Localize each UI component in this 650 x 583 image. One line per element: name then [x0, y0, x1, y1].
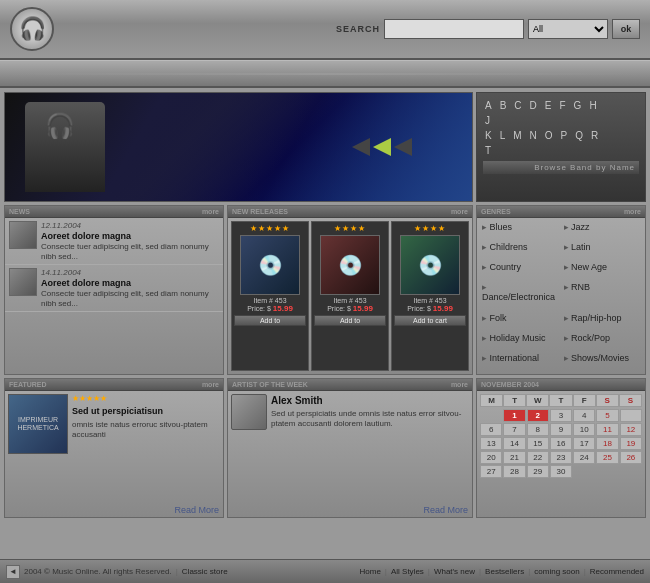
- genre-shows[interactable]: Shows/Movies: [562, 352, 643, 371]
- genres-more[interactable]: more: [624, 208, 641, 215]
- alpha-M[interactable]: M: [511, 129, 523, 142]
- footer-link-coming[interactable]: coming soon: [534, 567, 579, 576]
- news-date-2: 14.11.2004: [41, 268, 219, 277]
- profile-name[interactable]: Alex Smith: [271, 394, 469, 407]
- search-input[interactable]: [384, 19, 524, 39]
- product-3-item-num: Item # 453: [394, 297, 466, 304]
- cal-day-20[interactable]: 20: [480, 451, 502, 464]
- cal-day-24[interactable]: 24: [573, 451, 595, 464]
- alpha-C[interactable]: C: [512, 99, 523, 112]
- profile-more[interactable]: more: [451, 381, 468, 388]
- footer-link-home[interactable]: Home: [360, 567, 381, 576]
- products-grid: ★★★★★ 💿 Item # 453 Price: $ 15.99 Add to…: [228, 218, 472, 374]
- product-3-img[interactable]: 💿: [400, 235, 460, 295]
- genre-folk[interactable]: Folk: [480, 312, 561, 331]
- alpha-K[interactable]: K: [483, 129, 494, 142]
- featured-read-more[interactable]: Read More: [5, 505, 223, 517]
- alpha-H[interactable]: H: [587, 99, 598, 112]
- cal-day-28[interactable]: 28: [503, 465, 525, 478]
- news-item-2: 14.11.2004 Aoreet dolore magna Consecte …: [5, 265, 223, 312]
- footer-link-new[interactable]: What's new: [434, 567, 475, 576]
- cal-day-30[interactable]: 30: [550, 465, 572, 478]
- cal-day-14[interactable]: 14: [503, 437, 525, 450]
- profile-read-more[interactable]: Read More: [228, 505, 472, 517]
- product-1-img[interactable]: 💿: [240, 235, 300, 295]
- cal-day-26[interactable]: 26: [620, 451, 642, 464]
- cal-day-21[interactable]: 21: [503, 451, 525, 464]
- alpha-E[interactable]: E: [543, 99, 554, 112]
- genre-newage[interactable]: New Age: [562, 261, 643, 280]
- cal-day-29[interactable]: 29: [527, 465, 549, 478]
- cal-day-3[interactable]: 3: [550, 409, 572, 422]
- cal-day-17[interactable]: 17: [573, 437, 595, 450]
- cal-day-2[interactable]: 2: [527, 409, 549, 422]
- genre-dance[interactable]: Dance/Electronica: [480, 281, 561, 310]
- genre-rock[interactable]: Rock/Pop: [562, 332, 643, 351]
- cal-day-6[interactable]: 6: [480, 423, 502, 436]
- genre-international[interactable]: International: [480, 352, 561, 371]
- alpha-B[interactable]: B: [498, 99, 509, 112]
- footer-link-best[interactable]: Bestsellers: [485, 567, 524, 576]
- cal-day-22[interactable]: 22: [527, 451, 549, 464]
- alpha-T[interactable]: T: [483, 144, 493, 157]
- genre-jazz[interactable]: Jazz: [562, 221, 643, 240]
- search-dropdown[interactable]: All Artists Albums Tracks: [528, 19, 608, 39]
- genre-childrens[interactable]: Childrens: [480, 241, 561, 260]
- footer-link-styles[interactable]: All Styles: [391, 567, 424, 576]
- cal-day-5[interactable]: 5: [596, 409, 618, 422]
- cal-day-25[interactable]: 25: [596, 451, 618, 464]
- product-3-add-btn[interactable]: Add to cart: [394, 315, 466, 326]
- cal-day-19[interactable]: 19: [620, 437, 642, 450]
- cal-head-S1: S: [596, 394, 619, 407]
- news-more[interactable]: more: [202, 208, 219, 215]
- cal-day-15[interactable]: 15: [527, 437, 549, 450]
- footer-back-arrow[interactable]: ◄: [6, 565, 20, 579]
- products-more[interactable]: more: [451, 208, 468, 215]
- profile-panel: ARTIST OF THE WEEK more Alex Smith Sed u…: [227, 378, 473, 518]
- cal-day-9[interactable]: 9: [550, 423, 572, 436]
- cal-day-1[interactable]: 1: [503, 409, 525, 422]
- product-2-img[interactable]: 💿: [320, 235, 380, 295]
- cal-day-8[interactable]: 8: [527, 423, 549, 436]
- genre-latin[interactable]: Latin: [562, 241, 643, 260]
- featured-title[interactable]: Sed ut perspiciatisun: [72, 406, 220, 418]
- product-2-add-btn[interactable]: Add to: [314, 315, 386, 326]
- cal-day-11[interactable]: 11: [596, 423, 618, 436]
- alpha-A[interactable]: A: [483, 99, 494, 112]
- genre-blues[interactable]: Blues: [480, 221, 561, 240]
- cal-day-23[interactable]: 23: [550, 451, 572, 464]
- alpha-J[interactable]: J: [483, 114, 492, 127]
- cal-day-7[interactable]: 7: [503, 423, 525, 436]
- alpha-L[interactable]: L: [498, 129, 508, 142]
- profile-desc: Sed ut perspiciatis unde omnis iste natu…: [271, 409, 469, 430]
- news-content-2: 14.11.2004 Aoreet dolore magna Consecte …: [41, 268, 219, 308]
- product-1-add-btn[interactable]: Add to: [234, 315, 306, 326]
- alpha-O[interactable]: O: [543, 129, 555, 142]
- featured-more[interactable]: more: [202, 381, 219, 388]
- alpha-Q[interactable]: Q: [573, 129, 585, 142]
- genre-country[interactable]: Country: [480, 261, 561, 280]
- genre-holiday[interactable]: Holiday Music: [480, 332, 561, 351]
- genre-rnb[interactable]: RNB: [562, 281, 643, 310]
- alpha-F[interactable]: F: [557, 99, 567, 112]
- cal-day-16[interactable]: 16: [550, 437, 572, 450]
- page-header: SEARCH All Artists Albums Tracks ok: [0, 0, 650, 60]
- search-button[interactable]: ok: [612, 19, 640, 39]
- cal-day-18[interactable]: 18: [596, 437, 618, 450]
- cal-day-27[interactable]: 27: [480, 465, 502, 478]
- cal-day-10[interactable]: 10: [573, 423, 595, 436]
- footer-store-link[interactable]: Classic store: [182, 567, 228, 576]
- news-title-2[interactable]: Aoreet dolore magna: [41, 278, 219, 288]
- cal-day-13[interactable]: 13: [480, 437, 502, 450]
- footer-sep-5: |: [528, 567, 530, 576]
- alpha-N[interactable]: N: [528, 129, 539, 142]
- alpha-P[interactable]: P: [559, 129, 570, 142]
- cal-day-4[interactable]: 4: [573, 409, 595, 422]
- alpha-G[interactable]: G: [572, 99, 584, 112]
- alpha-R[interactable]: R: [589, 129, 600, 142]
- cal-day-12[interactable]: 12: [620, 423, 642, 436]
- footer-link-rec[interactable]: Recommended: [590, 567, 644, 576]
- news-title-1[interactable]: Aoreet dolore magna: [41, 231, 219, 241]
- alpha-D[interactable]: D: [528, 99, 539, 112]
- genre-rap[interactable]: Rap/Hip-hop: [562, 312, 643, 331]
